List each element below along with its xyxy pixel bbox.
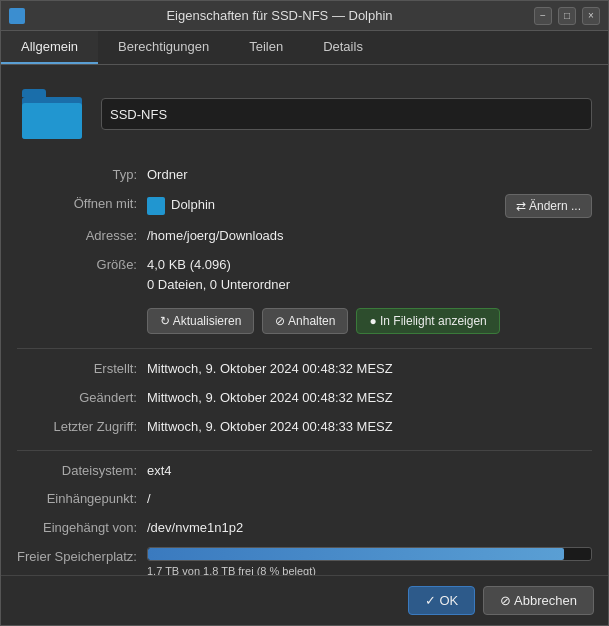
titlebar-buttons: − □ × xyxy=(534,7,600,25)
accessed-value: Mittwoch, 9. Oktober 2024 00:48:33 MESZ xyxy=(147,417,592,438)
properties-window: Eigenschaften für SSD-NFS — Dolphin − □ … xyxy=(0,0,609,626)
filelight-button[interactable]: ● In Filelight anzeigen xyxy=(356,308,499,334)
created-label: Erstellt: xyxy=(17,359,147,380)
storage-section: Dateisystem: ext4 Einhängepunkt: / Einge… xyxy=(17,461,592,575)
typ-value: Ordner xyxy=(147,165,592,186)
folder-name-input[interactable] xyxy=(101,98,592,130)
dolphin-icon xyxy=(147,197,165,215)
filesystem-label: Dateisystem: xyxy=(17,461,147,482)
divider1 xyxy=(17,348,592,349)
change-button[interactable]: ⇄ Ändern ... xyxy=(505,194,592,218)
mountpoint-label: Einhängepunkt: xyxy=(17,489,147,510)
footer: ✓ OK ⊘ Abbrechen xyxy=(1,575,608,625)
size-label: Größe: xyxy=(17,255,147,297)
folder-icon xyxy=(22,89,82,139)
address-label: Adresse: xyxy=(17,226,147,247)
dates-grid: Erstellt: Mittwoch, 9. Oktober 2024 00:4… xyxy=(17,359,592,437)
action-buttons: ↻ Aktualisieren ⊘ Anhalten ● In Fileligh… xyxy=(147,308,592,334)
open-with-label: Öffnen mit: xyxy=(17,194,147,218)
tabs: Allgemein Berechtigungen Teilen Details xyxy=(1,31,608,65)
progress-bar-bg xyxy=(147,547,592,561)
created-value: Mittwoch, 9. Oktober 2024 00:48:32 MESZ xyxy=(147,359,592,380)
titlebar-title: Eigenschaften für SSD-NFS — Dolphin xyxy=(25,8,534,23)
size-value2: 0 Dateien, 0 Unterordner xyxy=(147,275,592,296)
cancel-button[interactable]: ⊘ Abbrechen xyxy=(483,586,594,615)
free-space-container: 1,7 TB von 1,8 TB frei (8 % belegt) xyxy=(147,547,592,575)
mounted-from-label: Eingehängt von: xyxy=(17,518,147,539)
folder-front xyxy=(22,103,82,139)
tab-allgemein[interactable]: Allgemein xyxy=(1,31,98,64)
maximize-button[interactable]: □ xyxy=(558,7,576,25)
stop-button[interactable]: ⊘ Anhalten xyxy=(262,308,348,334)
free-space-label: Freier Speicherplatz: xyxy=(17,547,147,575)
open-with-app: Dolphin xyxy=(171,195,215,216)
accessed-label: Letzter Zugriff: xyxy=(17,417,147,438)
typ-label: Typ: xyxy=(17,165,147,186)
size-value: 4,0 KB (4.096) 0 Dateien, 0 Unterordner xyxy=(147,255,592,297)
titlebar: Eigenschaften für SSD-NFS — Dolphin − □ … xyxy=(1,1,608,31)
address-value: /home/joerg/Downloads xyxy=(147,226,592,247)
titlebar-app-icon xyxy=(9,8,25,24)
filesystem-value: ext4 xyxy=(147,461,592,482)
minimize-button[interactable]: − xyxy=(534,7,552,25)
ok-button[interactable]: ✓ OK xyxy=(408,586,475,615)
modified-label: Geändert: xyxy=(17,388,147,409)
typ-row: Typ: Ordner Öffnen mit: Dolphin ⇄ Ändern… xyxy=(17,165,592,296)
content-area: Typ: Ordner Öffnen mit: Dolphin ⇄ Ändern… xyxy=(1,65,608,575)
free-space-value: 1,7 TB von 1,8 TB frei (8 % belegt) xyxy=(147,565,592,575)
progress-bar-fill xyxy=(148,548,564,560)
update-button[interactable]: ↻ Aktualisieren xyxy=(147,308,254,334)
tab-details[interactable]: Details xyxy=(303,31,383,64)
tab-berechtigungen[interactable]: Berechtigungen xyxy=(98,31,229,64)
divider2 xyxy=(17,450,592,451)
folder-icon-wrapper xyxy=(17,79,87,149)
close-button[interactable]: × xyxy=(582,7,600,25)
open-with-row: Dolphin ⇄ Ändern ... xyxy=(147,194,592,218)
mounted-from-value: /dev/nvme1n1p2 xyxy=(147,518,592,539)
modified-value: Mittwoch, 9. Oktober 2024 00:48:32 MESZ xyxy=(147,388,592,409)
folder-tab xyxy=(22,89,46,97)
top-section xyxy=(17,79,592,149)
mountpoint-value: / xyxy=(147,489,592,510)
tab-teilen[interactable]: Teilen xyxy=(229,31,303,64)
size-value1: 4,0 KB (4.096) xyxy=(147,255,592,276)
